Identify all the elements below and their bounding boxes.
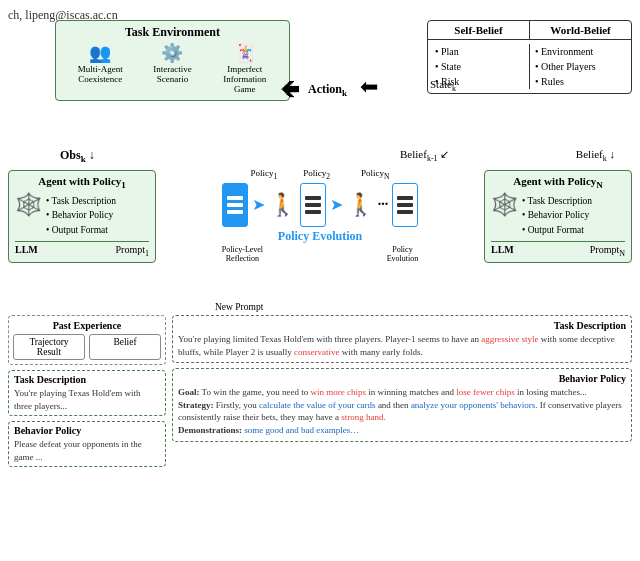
agent-left-detail-2: • Behavior Policy [46, 208, 116, 222]
agent-left-detail-1: • Task Description [46, 194, 116, 208]
belief-k-label: Beliefk ↓ [576, 148, 615, 163]
task-desc-right-text: You're playing limited Texas Hold'em wit… [178, 333, 626, 358]
strong-hand-text: strong hand. [341, 412, 386, 422]
icon-imperfect: 🃏 ImperfectInformation Game [212, 44, 277, 94]
task-desc-left-box: Task Description You're playing Texas Ho… [8, 370, 166, 416]
agent-right-llm: LLM [491, 244, 514, 258]
belief-box: Self-Belief World-Belief • Plan • State … [427, 20, 632, 94]
agent-left-detail-3: • Output Format [46, 223, 116, 237]
agent-right-details: • Task Description • Behavior Policy • O… [522, 194, 592, 237]
analyze-opponents-text: analyze your opponents' behaviors. [411, 400, 538, 410]
agent-right-box: Agent with PolicyN 🕸️ • Task Description… [484, 170, 632, 263]
policy-box-1 [222, 183, 248, 227]
icon-interactive: ⚙️ InteractiveScenario [140, 44, 205, 84]
action-arrow: 🡸 [280, 78, 300, 101]
multi-agent-icon: 👥 [89, 44, 111, 62]
past-experience-box: Past Experience TrajectoryResult Belief [8, 315, 166, 365]
policy-boxes-row: ➤ 🚶 ➤ 🚶 ··· [222, 183, 419, 227]
bottom-left-panel: Past Experience TrajectoryResult Belief … [8, 315, 166, 467]
icon-multi-agent: 👥 Multi-AgentCoexistence [68, 44, 133, 84]
behavior-policy-right-text: Goal: To win the game, you need to win m… [178, 386, 626, 436]
behavior-policy-right-title: Behavior Policy [178, 373, 626, 384]
policy-box-n [392, 183, 418, 227]
agent-left-prompt: Prompt1 [116, 244, 149, 258]
goal-label: Goal: [178, 387, 200, 397]
main-container: ch, lipeng@iscas.ac.cn Task Environment … [0, 0, 640, 561]
past-experience-title: Past Experience [13, 320, 161, 331]
world-belief-players: • Other Players [535, 59, 624, 74]
task-environment-box: Task Environment 👥 Multi-AgentCoexistenc… [55, 20, 290, 101]
imperfect-label: ImperfectInformation Game [212, 64, 277, 94]
agent-right-title: Agent with PolicyN [491, 175, 625, 190]
agent-left-llm: LLM [15, 244, 38, 258]
strategy-label: Strategy: [178, 400, 214, 410]
behavior-policy-right-box: Behavior Policy Goal: To win the game, y… [172, 368, 632, 441]
conservative-text: conservative [294, 347, 339, 357]
past-experience-row: TrajectoryResult Belief [13, 334, 161, 360]
belief-item: Belief [89, 334, 161, 360]
demo-examples-text: some good and bad examples… [244, 425, 359, 435]
lose-fewer-chips-text: lose fewer chips [456, 387, 514, 397]
agent-right-detail-2: • Behavior Policy [522, 208, 592, 222]
person-icon-2: 🚶 [347, 192, 374, 218]
world-belief-rules: • Rules [535, 74, 624, 89]
policy-labels-row: Policy1 Policy2 PolicyN [251, 168, 390, 181]
agent-left-box: Agent with Policy1 🕸️ • Task Description… [8, 170, 156, 263]
agent-left-title: Agent with Policy1 [15, 175, 149, 190]
action-label: Actionk [308, 82, 347, 98]
calculate-value-text: calculate the value of your cards [259, 400, 376, 410]
task-desc-right-box: Task Description You're playing limited … [172, 315, 632, 363]
policy-label-1: Policy1 [251, 168, 278, 181]
agent-left-footer: LLM Prompt1 [15, 241, 149, 258]
policy-dots: ··· [378, 197, 389, 213]
agent-right-icon: 🕸️ [491, 194, 518, 216]
task-env-icons: 👥 Multi-AgentCoexistence ⚙️ InteractiveS… [64, 44, 281, 94]
policy-arrow-2: ➤ [330, 195, 343, 214]
self-belief-state: • State [435, 59, 524, 74]
agent-right-footer: LLM PromptN [491, 241, 625, 258]
agent-right-prompt: PromptN [590, 244, 625, 258]
multi-agent-label: Multi-AgentCoexistence [78, 64, 123, 84]
policy-label-n: PolicyN [361, 168, 389, 181]
person-icon-1: 🚶 [269, 192, 296, 218]
agent-left-icon: 🕸️ [15, 194, 42, 216]
policy-sublabels: Policy-LevelReflection PolicyEvolution [160, 245, 480, 263]
belief-header: Self-Belief World-Belief [428, 21, 631, 40]
demo-label: Demonstrations: [178, 425, 242, 435]
new-prompt-label: New Prompt [215, 302, 263, 312]
belief-k1-label: Beliefk-1 ↙ [400, 148, 449, 163]
policy-arrow-1: ➤ [252, 195, 265, 214]
world-belief-items: • Environment • Other Players • Rules [530, 44, 629, 89]
self-belief-header: Self-Belief [428, 21, 530, 39]
world-belief-env: • Environment [535, 44, 624, 59]
agent-right-content: 🕸️ • Task Description • Behavior Policy … [491, 194, 625, 237]
belief-content: • Plan • State • Risk • Environment • Ot… [428, 40, 631, 93]
policy-evolution-title: Policy Evolution [278, 229, 362, 244]
task-desc-right-title: Task Description [178, 320, 626, 331]
task-desc-left-text: You're playing Texas Hold'em with three … [14, 387, 160, 412]
self-belief-plan: • Plan [435, 44, 524, 59]
task-desc-left-title: Task Description [14, 374, 160, 385]
behavior-policy-left-box: Behavior Policy Please defeat your oppon… [8, 421, 166, 467]
imperfect-icon: 🃏 [234, 44, 256, 62]
policy-label-2: Policy2 [303, 168, 330, 181]
aggressive-style-text: aggressive style [481, 334, 538, 344]
interactive-label: InteractiveScenario [153, 64, 191, 84]
action-arrow-right: ⬅ [360, 74, 378, 100]
win-more-chips-text: win more chips [310, 387, 366, 397]
bottom-middle-panel: Task Description You're playing limited … [172, 315, 632, 442]
task-env-title: Task Environment [64, 25, 281, 40]
trajectory-result-item: TrajectoryResult [13, 334, 85, 360]
world-belief-header: World-Belief [530, 21, 631, 39]
interactive-icon: ⚙️ [161, 44, 183, 62]
agent-left-content: 🕸️ • Task Description • Behavior Policy … [15, 194, 149, 237]
obs-label: Obsk ↓ [60, 148, 95, 164]
agent-left-details: • Task Description • Behavior Policy • O… [46, 194, 116, 237]
agent-right-detail-3: • Output Format [522, 223, 592, 237]
agent-right-detail-1: • Task Description [522, 194, 592, 208]
behavior-policy-left-title: Behavior Policy [14, 425, 160, 436]
policy-level-label: Policy-LevelReflection [222, 245, 263, 263]
state-label: Statek [430, 78, 456, 93]
policy-evolution-section: Policy1 Policy2 PolicyN ➤ 🚶 [160, 168, 480, 263]
policy-box-2 [300, 183, 326, 227]
